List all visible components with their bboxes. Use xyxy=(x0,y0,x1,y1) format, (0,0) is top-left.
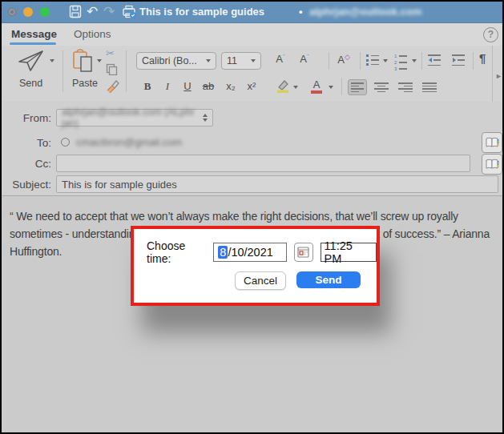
clear-formatting-button[interactable]: A◇ xyxy=(334,53,353,66)
body-line-3: Huffington. xyxy=(10,245,62,258)
from-label: From: xyxy=(2,112,51,124)
justify-button[interactable] xyxy=(420,79,439,95)
subject-input[interactable]: This is for sample guides xyxy=(56,175,498,193)
dialog-send-button[interactable]: Send xyxy=(296,271,361,288)
subject-value: This is for sample guides xyxy=(62,179,177,191)
superscript-button[interactable]: x² xyxy=(242,80,261,92)
ribbon-divider xyxy=(473,52,474,70)
outlook-compose-window: ↶ ↷ This is for sample guides • alphrjan… xyxy=(0,0,504,434)
send-button[interactable] xyxy=(18,49,45,76)
paste-button[interactable] xyxy=(72,49,95,78)
message-header-fields: From: alphrjan@outlook.com (ALphr jan) T… xyxy=(2,102,502,196)
strikethrough-button[interactable]: ab xyxy=(199,80,218,92)
calendar-icon xyxy=(297,247,309,258)
cc-label: Cc: xyxy=(2,158,51,170)
title-separator: • xyxy=(299,6,303,18)
ribbon-divider xyxy=(329,52,329,70)
subject-label: Subject: xyxy=(2,179,51,191)
recipient-presence-icon xyxy=(61,138,70,147)
increase-indent-icon[interactable] xyxy=(452,54,465,66)
font-color-chevron[interactable] xyxy=(329,86,333,89)
bulleted-list-icon[interactable] xyxy=(366,54,379,66)
address-book-icon xyxy=(486,159,499,170)
underline-button[interactable]: U xyxy=(178,80,197,92)
ribbon-divider xyxy=(62,50,63,92)
from-value: alphrjan@outlook.com (ALphr jan) xyxy=(62,106,203,129)
choose-time-dialog: Choose time: 8/10/2021 11:25 PM Cancel S… xyxy=(131,226,380,306)
to-address-book-button[interactable] xyxy=(482,132,502,153)
numbered-list-chevron[interactable] xyxy=(412,59,417,62)
font-size-select[interactable]: 11 xyxy=(221,52,261,70)
date-input[interactable]: 8/10/2021 xyxy=(213,243,287,262)
align-left-button[interactable] xyxy=(348,79,367,95)
paper-plane-icon xyxy=(18,49,45,73)
numbered-list-icon[interactable]: 1 2 3 xyxy=(394,54,407,71)
active-tab-underline xyxy=(10,42,56,45)
print-icon[interactable] xyxy=(122,5,137,22)
pilcrow-button[interactable]: ¶ xyxy=(479,51,486,65)
bulleted-list-chevron[interactable] xyxy=(383,59,388,62)
title-bar: ↶ ↷ This is for sample guides • alphrjan… xyxy=(2,2,502,23)
body-line-1: “ We need to accept that we won’t always… xyxy=(10,210,458,223)
copy-icon[interactable] xyxy=(106,63,118,78)
ribbon-tab-bar: Message Options ? xyxy=(2,23,502,46)
ribbon-divider xyxy=(421,52,422,70)
to-value[interactable]: cmacibron@gmail.com xyxy=(76,136,182,148)
to-label: To: xyxy=(2,137,51,149)
italic-button[interactable]: I xyxy=(158,80,177,93)
cc-address-book-button[interactable] xyxy=(482,154,502,175)
save-icon[interactable] xyxy=(69,5,82,22)
bold-button[interactable]: B xyxy=(138,80,157,93)
send-dropdown-chevron[interactable] xyxy=(50,59,54,62)
align-right-button[interactable] xyxy=(396,79,415,95)
undo-icon[interactable]: ↶ xyxy=(87,5,98,19)
updown-chevron-icon xyxy=(203,114,208,122)
align-center-button[interactable] xyxy=(372,79,391,95)
tab-message[interactable]: Message xyxy=(11,28,57,40)
maximize-window-button[interactable] xyxy=(40,7,50,17)
ribbon-divider xyxy=(492,46,493,102)
cc-input[interactable] xyxy=(56,155,470,172)
shrink-font-button[interactable]: Aˇ xyxy=(295,53,314,65)
minimize-window-button[interactable] xyxy=(23,7,33,17)
ribbon-divider xyxy=(341,78,342,95)
close-window-button[interactable] xyxy=(7,7,17,17)
send-button-label: Send xyxy=(19,78,42,89)
dialog-send-button-label: Send xyxy=(315,274,341,286)
font-size-value: 11 xyxy=(227,55,237,66)
date-month-selected: 8 xyxy=(218,246,228,259)
time-value: 11:25 PM xyxy=(325,239,373,265)
calendar-picker-button[interactable] xyxy=(294,243,312,262)
subscript-button[interactable]: x₂ xyxy=(221,80,240,92)
address-book-icon xyxy=(486,137,499,148)
ribbon-divider xyxy=(360,52,361,70)
expand-ribbon-arrow[interactable]: ► xyxy=(495,72,502,80)
date-rest: /10/2021 xyxy=(228,246,272,259)
chevron-down-icon xyxy=(206,59,211,62)
cancel-button-label: Cancel xyxy=(244,275,277,287)
clipboard-icon xyxy=(72,49,95,74)
ribbon-toolbar: Send Paste ✂ Calibri (Bo... 11 B I U a xyxy=(2,46,502,102)
chevron-down-icon xyxy=(251,59,256,62)
highlight-color-chevron[interactable] xyxy=(293,86,298,89)
highlight-color-button[interactable] xyxy=(276,79,290,97)
font-name-select[interactable]: Calibri (Bo... xyxy=(136,52,216,70)
choose-time-label: Choose time: xyxy=(147,239,205,265)
font-color-button[interactable]: A xyxy=(311,78,322,94)
format-painter-icon[interactable] xyxy=(106,79,119,96)
paste-dropdown-chevron[interactable] xyxy=(97,59,102,62)
grow-font-button[interactable]: Aˆ xyxy=(271,53,290,65)
from-select[interactable]: alphrjan@outlook.com (ALphr jan) xyxy=(56,109,213,127)
redo-icon[interactable]: ↷ xyxy=(103,5,115,19)
tab-options[interactable]: Options xyxy=(74,28,111,40)
paste-button-label: Paste xyxy=(72,78,98,89)
help-icon[interactable]: ? xyxy=(483,27,498,42)
cancel-button[interactable]: Cancel xyxy=(235,271,286,290)
window-title: This is for sample guides xyxy=(139,6,264,18)
ribbon-divider xyxy=(126,50,127,92)
decrease-indent-icon[interactable] xyxy=(428,54,441,66)
time-input[interactable]: 11:25 PM xyxy=(321,243,377,262)
account-email: alphrjan@outlook.com xyxy=(309,6,422,18)
font-name-value: Calibri (Bo... xyxy=(142,55,197,66)
cut-icon[interactable]: ✂ xyxy=(106,47,115,59)
